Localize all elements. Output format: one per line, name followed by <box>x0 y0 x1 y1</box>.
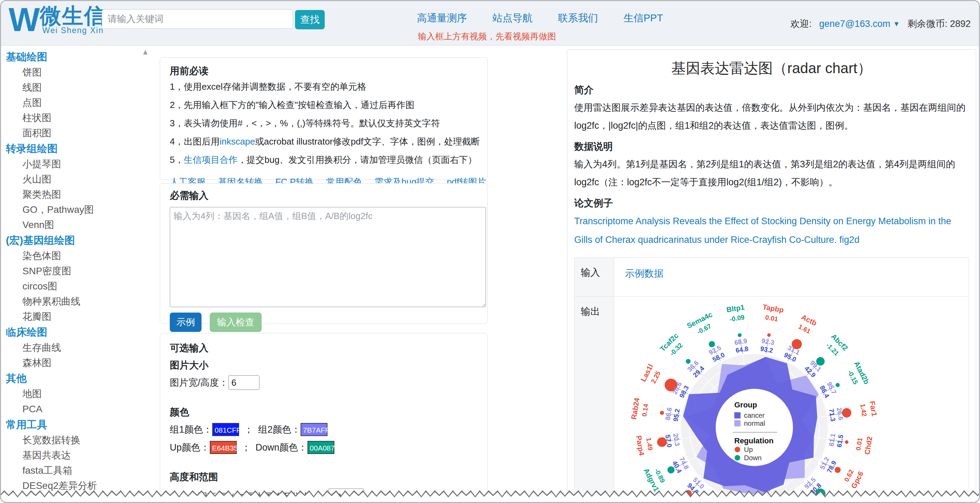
gene-dot <box>686 359 690 364</box>
inline-link[interactable]: inkscape <box>220 136 255 146</box>
video-notice: 输入框上方有视频，先看视频再做图 <box>418 31 556 42</box>
main-nav: 高通量测序站点导航联系我们生信PPT <box>417 11 663 25</box>
svg-text:Regulation: Regulation <box>734 436 774 445</box>
example-button[interactable]: 示例 <box>170 312 202 332</box>
data-input-textarea[interactable] <box>170 207 486 307</box>
gene-log2fc: 1.42 <box>859 403 868 417</box>
sidebar-item[interactable]: 面积图 <box>1 126 154 141</box>
separator: ； <box>242 441 251 454</box>
svg-text:cancer: cancer <box>744 412 765 419</box>
sidebar-item[interactable]: limma差异分析 <box>1 493 154 502</box>
image-size-input[interactable] <box>228 376 259 390</box>
paper-link[interactable]: Transcriptome Analysis Reveals the Effec… <box>574 212 969 249</box>
sidebar-item[interactable]: 物种累积曲线 <box>1 294 154 309</box>
brand-name: 微生信 <box>40 4 106 28</box>
gene-log2fc: 0.01 <box>854 437 864 451</box>
readme-text: 2，先用输入框下方的"输入检查"按钮检查输入，通过后再作图 <box>170 100 414 110</box>
sidebar-item[interactable]: 点图 <box>1 95 154 110</box>
gene-dot <box>835 467 841 473</box>
output-row-label: 输出 <box>574 297 614 503</box>
sidebar-category[interactable]: 转录组绘图 <box>1 141 154 157</box>
readme-title: 用前必读 <box>170 65 477 78</box>
readme-text: ，提交bug、发文引用换积分，请加管理员微信（页面右下） <box>237 154 477 165</box>
group1-color-label: 组1颜色： <box>170 423 212 436</box>
readme-text: 3，表头请勿使用#，<，>，%，(,)等特殊符号。默认仅支持英文字符 <box>170 118 440 128</box>
up-color-input[interactable]: E64B35 <box>210 441 237 454</box>
input-row-label: 输入 <box>574 258 614 297</box>
sidebar-item[interactable]: 生存曲线 <box>1 340 154 355</box>
logo[interactable]: W 微生信 Wei Sheng Xin <box>9 4 106 35</box>
sidebar-item[interactable]: 小提琴图 <box>1 157 154 172</box>
readme-line: 4，出图后用inkscape或acrobat illustrator修改pdf文… <box>170 132 477 151</box>
svg-text:Up: Up <box>744 446 753 453</box>
intro-heading: 简介 <box>574 83 969 97</box>
search-input[interactable] <box>102 9 293 29</box>
nav-link[interactable]: 高通量测序 <box>417 11 467 25</box>
sidebar-category[interactable]: 临床绘图 <box>1 324 154 340</box>
image-size-heading: 图片大小 <box>170 359 477 372</box>
sidebar-category[interactable]: (宏)基因组绘图 <box>1 232 154 248</box>
nav-link[interactable]: 站点导航 <box>492 11 533 25</box>
sidebar-item[interactable]: fasta工具箱 <box>1 463 154 478</box>
range-heading: 高度和范围 <box>170 471 477 484</box>
intro-text: 使用雷达图展示差异表达基因的表达值，倍数变化。从外到内依次为：基因名，基因在两组… <box>574 99 969 135</box>
scroll-up-icon[interactable]: ▲ <box>142 48 149 57</box>
sidebar-item[interactable]: Venn图 <box>1 217 154 232</box>
sidebar-item[interactable]: 火山图 <box>1 172 154 187</box>
sidebar-category[interactable]: 其他 <box>1 371 154 387</box>
page: W 微生信 Wei Sheng Xin 查找 高通量测序站点导航联系我们生信PP… <box>0 0 980 503</box>
readme-line: 2，先用输入框下方的"输入检查"按钮检查输入，通过后再作图 <box>170 96 477 114</box>
sidebar-item[interactable]: 长宽数据转换 <box>1 433 154 448</box>
credits: 剩余微币: 2892 <box>908 18 971 30</box>
sidebar-item[interactable]: 花瓣图 <box>1 309 154 324</box>
sidebar-item[interactable]: 柱状图 <box>1 110 154 126</box>
gene-label: Rab24 <box>630 397 641 420</box>
group1-color-input[interactable]: 081CFF <box>212 423 239 436</box>
inner-circle-input[interactable] <box>328 489 364 503</box>
header: W 微生信 Wei Sheng Xin 查找 高通量测序站点导航联系我们生信PP… <box>1 1 979 46</box>
gene-dot <box>836 383 840 387</box>
readme-lines: 1，使用excel存储并调整数据，不要有空的单元格2，先用输入框下方的"输入检查… <box>170 78 477 169</box>
user-menu[interactable]: gene7@163.com ▼ <box>819 19 900 29</box>
sidebar-item[interactable]: DESeq2差异分析 <box>1 478 154 493</box>
down-color-input[interactable]: 00A087 <box>307 441 334 454</box>
paper-heading: 论文例子 <box>574 197 969 210</box>
nav-link[interactable]: 联系我们 <box>558 11 598 25</box>
sidebar-item[interactable]: 基因共表达 <box>1 448 154 463</box>
group2-color-label: 组2颜色： <box>258 423 301 436</box>
gene-label: Far1 <box>868 401 878 417</box>
inline-link[interactable]: 生信项目合作 <box>184 154 237 165</box>
sidebar-item[interactable]: 线图 <box>1 80 154 95</box>
input-check-button[interactable]: 输入检查 <box>210 312 262 332</box>
readme-text: 4，出图后用 <box>170 136 220 146</box>
gene-label: Tapbp <box>762 303 784 314</box>
sidebar-item[interactable]: SNP密度图 <box>1 264 154 279</box>
sidebar-item[interactable]: circos图 <box>1 279 154 294</box>
sidebar-item[interactable]: 染色体图 <box>1 248 154 264</box>
search-button[interactable]: 查找 <box>295 10 325 29</box>
sidebar-item[interactable]: 地图 <box>1 387 154 401</box>
color-heading: 颜色 <box>170 406 477 419</box>
sidebar-category[interactable]: 常用工具 <box>1 417 154 433</box>
example-data-link[interactable]: 示例数据 <box>625 267 663 280</box>
sidebar-item[interactable]: 饼图 <box>1 65 154 80</box>
group2-color-input[interactable]: 7B7AFF <box>301 423 328 436</box>
data-desc-heading: 数据说明 <box>574 140 969 153</box>
sidebar-category[interactable]: 基础绘图 <box>1 49 154 65</box>
sidebar-item[interactable]: 聚类热图 <box>1 187 154 202</box>
sidebar-item[interactable]: GO，Pathway图 <box>1 202 154 217</box>
sidebar-item[interactable]: 森林图 <box>1 355 154 371</box>
down-color-label: Down颜色： <box>256 441 307 454</box>
gene-log2fc: 0.14 <box>640 403 650 417</box>
nav-link[interactable]: 生信PPT <box>624 11 663 25</box>
user-email: gene7@163.com <box>819 19 890 29</box>
separator: ； <box>244 423 253 436</box>
readme-text: 5， <box>170 154 184 165</box>
sidebar-item[interactable]: PCA <box>1 401 154 417</box>
credits-label: 剩余微币: <box>908 19 948 29</box>
gene-log2fc: 0.89 <box>672 495 686 503</box>
svg-text:normal: normal <box>744 420 765 427</box>
readme-line: 3，表头请勿使用#，<，>，%，(,)等特殊符号。默认仅支持英文字符 <box>170 114 477 132</box>
readme-text: 1，使用excel存储并调整数据，不要有空的单元格 <box>170 81 366 92</box>
credits-value: 2892 <box>950 19 971 29</box>
